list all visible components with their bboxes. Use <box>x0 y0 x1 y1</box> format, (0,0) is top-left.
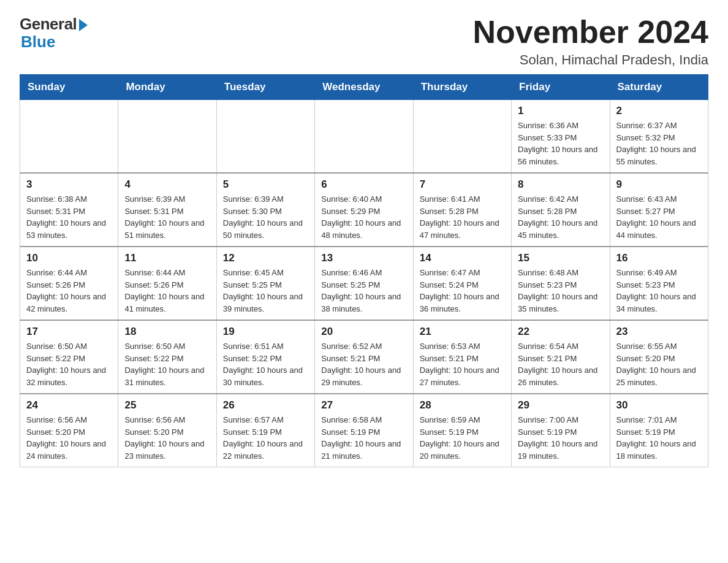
day-number: 25 <box>124 399 210 412</box>
day-number: 11 <box>124 252 210 264</box>
day-info: Sunrise: 6:44 AM Sunset: 5:26 PM Dayligh… <box>26 267 112 315</box>
day-of-week-header: Saturday <box>610 75 708 100</box>
day-number: 30 <box>616 399 702 412</box>
calendar-cell: 15Sunrise: 6:48 AM Sunset: 5:23 PM Dayli… <box>512 247 610 320</box>
calendar-week-row: 17Sunrise: 6:50 AM Sunset: 5:22 PM Dayli… <box>20 320 708 394</box>
page-header: General Blue November 2024 Solan, Himach… <box>20 15 708 68</box>
logo-blue-text: Blue <box>20 33 55 52</box>
calendar-cell: 3Sunrise: 6:38 AM Sunset: 5:31 PM Daylig… <box>20 173 118 247</box>
day-number: 27 <box>321 399 406 412</box>
day-number: 10 <box>26 252 112 264</box>
calendar-cell: 10Sunrise: 6:44 AM Sunset: 5:26 PM Dayli… <box>20 247 118 320</box>
day-number: 1 <box>518 105 603 117</box>
day-number: 8 <box>518 178 603 191</box>
day-number: 7 <box>420 178 505 191</box>
logo: General Blue <box>20 15 88 52</box>
calendar-cell: 19Sunrise: 6:51 AM Sunset: 5:22 PM Dayli… <box>216 320 314 394</box>
calendar-cell: 1Sunrise: 6:36 AM Sunset: 5:33 PM Daylig… <box>512 100 610 174</box>
day-info: Sunrise: 6:36 AM Sunset: 5:33 PM Dayligh… <box>518 120 603 167</box>
day-info: Sunrise: 6:37 AM Sunset: 5:32 PM Dayligh… <box>616 120 702 167</box>
calendar-cell: 16Sunrise: 6:49 AM Sunset: 5:23 PM Dayli… <box>610 247 708 320</box>
day-number: 22 <box>518 326 603 338</box>
day-info: Sunrise: 6:38 AM Sunset: 5:31 PM Dayligh… <box>26 193 112 241</box>
day-number: 29 <box>518 399 603 412</box>
title-block: November 2024 Solan, Himachal Pradesh, I… <box>473 15 708 68</box>
day-info: Sunrise: 6:39 AM Sunset: 5:31 PM Dayligh… <box>124 193 210 241</box>
day-info: Sunrise: 6:52 AM Sunset: 5:21 PM Dayligh… <box>321 340 406 388</box>
day-number: 6 <box>321 178 406 191</box>
day-of-week-header: Friday <box>512 75 610 100</box>
day-info: Sunrise: 6:59 AM Sunset: 5:19 PM Dayligh… <box>420 414 505 462</box>
day-info: Sunrise: 6:51 AM Sunset: 5:22 PM Dayligh… <box>223 340 308 388</box>
calendar-week-row: 3Sunrise: 6:38 AM Sunset: 5:31 PM Daylig… <box>20 173 708 247</box>
day-info: Sunrise: 6:39 AM Sunset: 5:30 PM Dayligh… <box>223 193 308 241</box>
day-number: 9 <box>616 178 702 191</box>
day-number: 28 <box>420 399 505 412</box>
day-info: Sunrise: 6:40 AM Sunset: 5:29 PM Dayligh… <box>321 193 406 241</box>
calendar-cell: 5Sunrise: 6:39 AM Sunset: 5:30 PM Daylig… <box>216 173 314 247</box>
day-number: 24 <box>26 399 112 412</box>
day-number: 17 <box>26 326 112 338</box>
day-info: Sunrise: 7:01 AM Sunset: 5:19 PM Dayligh… <box>616 414 702 462</box>
day-number: 13 <box>321 252 406 264</box>
day-info: Sunrise: 6:50 AM Sunset: 5:22 PM Dayligh… <box>26 340 112 388</box>
calendar-cell: 20Sunrise: 6:52 AM Sunset: 5:21 PM Dayli… <box>315 320 413 394</box>
day-info: Sunrise: 6:43 AM Sunset: 5:27 PM Dayligh… <box>616 193 702 241</box>
day-number: 19 <box>223 326 308 338</box>
day-of-week-header: Monday <box>118 75 216 100</box>
day-number: 5 <box>223 178 308 191</box>
calendar-table: SundayMondayTuesdayWednesdayThursdayFrid… <box>20 74 708 467</box>
location-subtitle: Solan, Himachal Pradesh, India <box>473 52 708 68</box>
day-number: 23 <box>616 326 702 338</box>
day-number: 12 <box>223 252 308 264</box>
day-number: 21 <box>420 326 505 338</box>
day-number: 26 <box>223 399 308 412</box>
day-info: Sunrise: 6:56 AM Sunset: 5:20 PM Dayligh… <box>124 414 210 462</box>
day-number: 2 <box>616 105 702 117</box>
day-number: 14 <box>420 252 505 264</box>
calendar-cell: 4Sunrise: 6:39 AM Sunset: 5:31 PM Daylig… <box>118 173 216 247</box>
calendar-week-row: 24Sunrise: 6:56 AM Sunset: 5:20 PM Dayli… <box>20 394 708 467</box>
calendar-cell: 30Sunrise: 7:01 AM Sunset: 5:19 PM Dayli… <box>610 394 708 467</box>
calendar-cell: 29Sunrise: 7:00 AM Sunset: 5:19 PM Dayli… <box>512 394 610 467</box>
day-number: 18 <box>124 326 210 338</box>
day-info: Sunrise: 6:48 AM Sunset: 5:23 PM Dayligh… <box>518 267 603 315</box>
day-info: Sunrise: 6:45 AM Sunset: 5:25 PM Dayligh… <box>223 267 308 315</box>
calendar-cell <box>118 100 216 174</box>
calendar-cell: 2Sunrise: 6:37 AM Sunset: 5:32 PM Daylig… <box>610 100 708 174</box>
day-number: 16 <box>616 252 702 264</box>
calendar-cell: 7Sunrise: 6:41 AM Sunset: 5:28 PM Daylig… <box>413 173 511 247</box>
day-number: 15 <box>518 252 603 264</box>
day-number: 3 <box>26 178 112 191</box>
calendar-cell: 14Sunrise: 6:47 AM Sunset: 5:24 PM Dayli… <box>413 247 511 320</box>
day-number: 4 <box>124 178 210 191</box>
day-info: Sunrise: 6:46 AM Sunset: 5:25 PM Dayligh… <box>321 267 406 315</box>
day-info: Sunrise: 6:42 AM Sunset: 5:28 PM Dayligh… <box>518 193 603 241</box>
day-of-week-header: Tuesday <box>216 75 314 100</box>
calendar-week-row: 1Sunrise: 6:36 AM Sunset: 5:33 PM Daylig… <box>20 100 708 174</box>
calendar-cell: 17Sunrise: 6:50 AM Sunset: 5:22 PM Dayli… <box>20 320 118 394</box>
calendar-cell: 8Sunrise: 6:42 AM Sunset: 5:28 PM Daylig… <box>512 173 610 247</box>
calendar-cell: 23Sunrise: 6:55 AM Sunset: 5:20 PM Dayli… <box>610 320 708 394</box>
calendar-cell: 25Sunrise: 6:56 AM Sunset: 5:20 PM Dayli… <box>118 394 216 467</box>
calendar-cell: 22Sunrise: 6:54 AM Sunset: 5:21 PM Dayli… <box>512 320 610 394</box>
day-info: Sunrise: 6:47 AM Sunset: 5:24 PM Dayligh… <box>420 267 505 315</box>
day-info: Sunrise: 6:54 AM Sunset: 5:21 PM Dayligh… <box>518 340 603 388</box>
calendar-cell: 12Sunrise: 6:45 AM Sunset: 5:25 PM Dayli… <box>216 247 314 320</box>
day-info: Sunrise: 6:58 AM Sunset: 5:19 PM Dayligh… <box>321 414 406 462</box>
calendar-week-row: 10Sunrise: 6:44 AM Sunset: 5:26 PM Dayli… <box>20 247 708 320</box>
month-title: November 2024 <box>473 15 708 50</box>
day-info: Sunrise: 6:57 AM Sunset: 5:19 PM Dayligh… <box>223 414 308 462</box>
day-info: Sunrise: 7:00 AM Sunset: 5:19 PM Dayligh… <box>518 414 603 462</box>
calendar-cell <box>315 100 413 174</box>
calendar-cell: 27Sunrise: 6:58 AM Sunset: 5:19 PM Dayli… <box>315 394 413 467</box>
calendar-cell: 11Sunrise: 6:44 AM Sunset: 5:26 PM Dayli… <box>118 247 216 320</box>
day-of-week-header: Thursday <box>413 75 511 100</box>
day-info: Sunrise: 6:56 AM Sunset: 5:20 PM Dayligh… <box>26 414 112 462</box>
logo-general-text: General <box>20 15 77 34</box>
calendar-header-row: SundayMondayTuesdayWednesdayThursdayFrid… <box>20 75 708 100</box>
calendar-cell: 18Sunrise: 6:50 AM Sunset: 5:22 PM Dayli… <box>118 320 216 394</box>
day-of-week-header: Sunday <box>20 75 118 100</box>
day-number: 20 <box>321 326 406 338</box>
day-info: Sunrise: 6:55 AM Sunset: 5:20 PM Dayligh… <box>616 340 702 388</box>
